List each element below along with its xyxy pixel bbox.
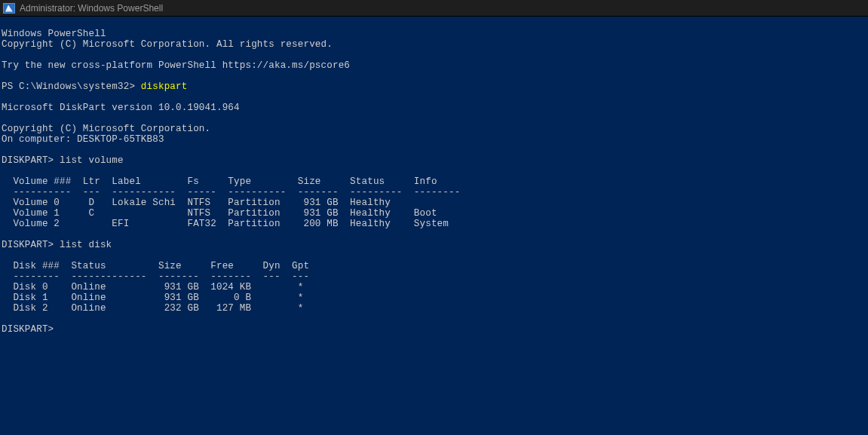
table-row: Volume 0 D Lokale Schi NTFS Partition 93… <box>2 198 391 208</box>
table-row: Volume 1 C NTFS Partition 931 GB Healthy… <box>2 208 437 219</box>
volume-table-header: Volume ### Ltr Label Fs Type Size Status… <box>2 176 437 187</box>
terminal-content[interactable]: Windows PowerShell Copyright (C) Microso… <box>0 17 868 336</box>
command-diskpart: diskpart <box>141 81 188 92</box>
powershell-icon <box>3 3 15 14</box>
header-try-new: Try the new cross-platform PowerShell ht… <box>2 60 350 71</box>
disk-table-divider: -------- ------------- ------- ------- -… <box>2 271 309 282</box>
window-titlebar[interactable]: Administrator: Windows PowerShell <box>0 0 868 17</box>
diskpart-version: Microsoft DiskPart version 10.0.19041.96… <box>2 103 240 113</box>
window-title: Administrator: Windows PowerShell <box>20 3 163 14</box>
diskpart-prompt-list-disk: DISKPART> list disk <box>2 240 112 250</box>
disk-table-header: Disk ### Status Size Free Dyn Gpt <box>2 261 309 271</box>
header-line: Windows PowerShell <box>2 29 106 39</box>
prompt-prefix: PS C:\Windows\system32> <box>2 81 141 92</box>
table-row: Disk 0 Online 931 GB 1024 KB * <box>2 282 303 293</box>
diskpart-computer: On computer: DESKTOP-65TKB83 <box>2 134 164 145</box>
diskpart-prompt-cursor: DISKPART> <box>2 324 54 335</box>
table-row: Volume 2 EFI FAT32 Partition 200 MB Heal… <box>2 219 449 229</box>
table-row: Disk 2 Online 232 GB 127 MB * <box>2 303 303 314</box>
diskpart-prompt-list-volume: DISKPART> list volume <box>2 155 124 166</box>
header-copyright: Copyright (C) Microsoft Corporation. All… <box>2 39 333 50</box>
ps-prompt: PS C:\Windows\system32> diskpart <box>2 81 187 92</box>
volume-table-divider: ---------- --- ----------- ----- -------… <box>2 187 460 198</box>
table-row: Disk 1 Online 931 GB 0 B * <box>2 293 303 303</box>
diskpart-copyright: Copyright (C) Microsoft Corporation. <box>2 124 210 134</box>
